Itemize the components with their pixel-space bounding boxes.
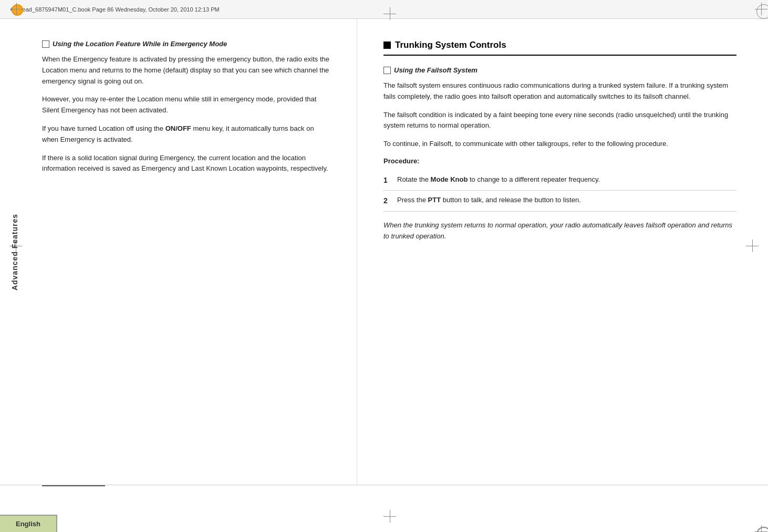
section-icon: [42, 40, 49, 48]
step-num-1: 1: [383, 174, 392, 186]
left-section-title: Using the Location Feature While in Emer…: [42, 40, 330, 48]
main-content: Advanced Features Using the Location Fea…: [0, 19, 768, 485]
procedure-step-1: 1 Rotate the Mode Knob to change to a di…: [383, 170, 736, 191]
left-section-title-text: Using the Location Feature While in Emer…: [53, 40, 227, 48]
right-para3: To continue, in Failsoft, to communicate…: [383, 139, 736, 150]
left-para3-prefix: If you have turned Location off using th…: [42, 124, 165, 132]
right-section-heading: Trunking System Controls: [383, 40, 736, 56]
right-column: Trunking System Controls Using the Fails…: [357, 19, 768, 485]
left-para4: If there is a solid location signal duri…: [42, 153, 330, 175]
page-wrapper: O5Head_6875947M01_C.book Page 86 Wednesd…: [0, 0, 768, 532]
left-para3: If you have turned Location off using th…: [42, 123, 330, 145]
sidebar-label: Advanced Features: [11, 213, 19, 290]
left-column: Advanced Features Using the Location Fea…: [0, 19, 357, 485]
step-num-2: 2: [383, 195, 392, 206]
procedure-list: 1 Rotate the Mode Knob to change to a di…: [383, 170, 736, 212]
step2-prefix: Press the: [397, 196, 428, 204]
reg-bottomcenter: [383, 510, 396, 523]
bottom-line: [42, 485, 105, 486]
reg-midright: [746, 239, 759, 252]
step1-bold: Mode Knob: [431, 175, 468, 183]
english-tab: English: [0, 515, 57, 532]
bottom-bar: 86 English: [0, 485, 768, 532]
right-para2: The failsoft condition is indicated by a…: [383, 110, 736, 132]
right-subsection-title: Using the Failsoft System: [383, 66, 736, 74]
right-italic-para: When the trunking system returns to norm…: [383, 220, 736, 242]
right-para1: The failsoft system ensures continuous r…: [383, 80, 736, 102]
procedure-step-2: 2 Press the PTT button to talk, and rele…: [383, 191, 736, 211]
procedure-label: Procedure:: [383, 157, 736, 165]
step1-suffix: to change to a different repeater freque…: [468, 175, 600, 183]
left-para2: However, you may re-enter the Location m…: [42, 94, 330, 116]
step2-bold: PTT: [428, 196, 441, 204]
step-2-text: Press the PTT button to talk, and releas…: [397, 195, 581, 206]
step-1-text: Rotate the Mode Knob to change to a diff…: [397, 174, 600, 185]
left-para1: When the Emergency feature is activated …: [42, 54, 330, 87]
right-section-heading-text: Trunking System Controls: [395, 40, 506, 50]
reg-topcenter: [383, 7, 396, 20]
right-subsection-title-text: Using the Failsoft System: [394, 66, 478, 74]
filename-label: O5Head_6875947M01_C.book Page 86 Wednesd…: [11, 6, 220, 13]
step2-suffix: button to talk, and release the button t…: [441, 196, 581, 204]
subsection-icon: [383, 67, 391, 74]
heading-icon: [383, 41, 391, 49]
step1-prefix: Rotate the: [397, 175, 431, 183]
left-para3-bold: ON/OFF: [165, 124, 191, 132]
